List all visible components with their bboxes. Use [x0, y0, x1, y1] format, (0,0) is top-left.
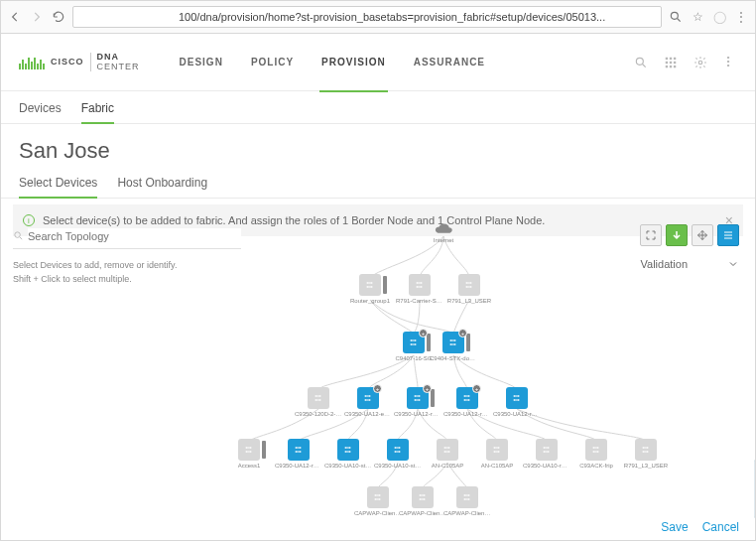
topology-node[interactable]: +C9404-STX-domain	[430, 332, 477, 361]
node-label: C9404-STX-domain	[430, 355, 477, 361]
tab-devices[interactable]: Devices	[19, 101, 62, 123]
node-label: C9350-UA10-stack	[324, 463, 372, 469]
nav-utilities: ⠇	[634, 56, 737, 69]
topology-node[interactable]: CAPWAP-Client-1	[354, 486, 402, 516]
forward-icon[interactable]	[29, 9, 45, 25]
node-label: CAPWAP-Client-1	[399, 510, 446, 516]
app-frame: CISCO DNA CENTER DESIGN POLICY PROVISION…	[0, 34, 756, 541]
node-label: C93ACK-frip	[572, 463, 620, 469]
tab-select-devices[interactable]: Select Devices	[19, 168, 97, 198]
menu-dots-icon[interactable]: ⋮	[733, 9, 749, 25]
apps-grid-icon[interactable]	[664, 56, 678, 69]
node-label: R791_L3_USER	[622, 463, 670, 469]
gear-icon[interactable]	[693, 56, 707, 69]
section-tabs: Select Devices Host Onboarding	[1, 168, 755, 199]
node-label: AN-C105AP	[473, 463, 521, 469]
node-label: C9350-UA12-radio-1	[394, 411, 441, 417]
topology-node[interactable]: AN-C105AP	[473, 439, 521, 469]
url-text: 100/dna/provision/home?st-provision_base…	[179, 11, 605, 23]
node-label: C9350-UA12-radio-3	[443, 411, 491, 417]
top-nav: CISCO DNA CENTER DESIGN POLICY PROVISION…	[1, 34, 755, 91]
svg-rect-6	[670, 61, 672, 63]
topology-node[interactable]: C9350-UA10-stack-2	[374, 439, 422, 469]
svg-rect-2	[666, 57, 668, 59]
topology-node[interactable]: +C9350-UA12-extension	[344, 387, 392, 417]
topology-node[interactable]: R791-Carrier-Server	[396, 274, 443, 304]
node-label: R791_L3_USER	[445, 298, 493, 304]
svg-rect-10	[674, 65, 676, 67]
node-label: C9350-UA10-stack-2	[374, 463, 422, 469]
node-label: CAPWAP-Client-1	[354, 510, 402, 516]
node-label: Router_group1	[346, 298, 394, 304]
svg-rect-5	[666, 61, 668, 63]
node-label: R791-Carrier-Server	[396, 298, 443, 304]
nav-design[interactable]: DESIGN	[180, 51, 223, 73]
node-label: C9350-120D-2-radio	[295, 411, 342, 417]
topology-node[interactable]: R791_L3_USER	[622, 439, 670, 469]
nav-assurance[interactable]: ASSURANCE	[414, 51, 485, 73]
svg-rect-4	[674, 57, 676, 59]
product-name: DNA CENTER	[90, 53, 140, 72]
topology-node[interactable]: AN-C105AP	[424, 439, 471, 469]
topology-node[interactable]: R791_L3_USER	[445, 274, 493, 304]
back-icon[interactable]	[7, 9, 23, 25]
node-label: AN-C105AP	[424, 463, 471, 469]
svg-rect-8	[666, 65, 668, 67]
svg-rect-9	[670, 65, 672, 67]
topology-canvas[interactable]: Internet Router_group1R791-Carrier-Serve…	[199, 218, 755, 512]
nav-provision[interactable]: PROVISION	[321, 51, 386, 73]
svg-rect-7	[674, 61, 676, 63]
topology-node[interactable]: +C9350-UA12-radio-1	[394, 387, 441, 417]
topology-node[interactable]: CAPWAP-Client-1	[399, 486, 446, 516]
sub-tabs: Devices Fabric	[1, 91, 755, 124]
browser-chrome: 100/dna/provision/home?st-provision_base…	[0, 0, 756, 34]
svg-point-1	[636, 58, 643, 65]
primary-nav: DESIGN POLICY PROVISION ASSURANCE	[180, 51, 486, 73]
topology-node[interactable]: C93ACK-frip	[572, 439, 620, 469]
svg-point-11	[698, 61, 702, 65]
node-label: CAPWAP-Client-2	[443, 510, 491, 516]
svg-point-0	[671, 12, 678, 19]
save-button[interactable]: Save	[661, 520, 688, 534]
nav-policy[interactable]: POLICY	[251, 51, 294, 73]
reload-icon[interactable]	[51, 9, 66, 25]
footer-actions: Save Cancel	[661, 520, 739, 534]
node-internet[interactable]: Internet	[424, 222, 463, 243]
node-label: C9350-UA12-radio-4	[493, 411, 541, 417]
topology-node[interactable]: C9350-UA10-stack	[324, 439, 372, 469]
svg-rect-3	[670, 57, 672, 59]
node-label: Access1	[225, 463, 273, 469]
more-icon[interactable]: ⠇	[723, 56, 737, 69]
search-icon[interactable]	[634, 56, 648, 69]
node-label: C9350-UA10-radio-6	[523, 463, 570, 469]
tab-host-onboarding[interactable]: Host Onboarding	[117, 168, 207, 198]
logo-text: CISCO	[51, 58, 84, 68]
extensions-icon[interactable]: ◯	[711, 9, 727, 25]
topology-node[interactable]: C9350-UA12-radio-5	[275, 439, 322, 469]
url-search-icon[interactable]	[668, 9, 684, 25]
topology-node[interactable]: CAPWAP-Client-2	[443, 486, 491, 516]
search-icon	[13, 230, 24, 243]
topology-node[interactable]: +C9350-UA12-radio-3	[443, 387, 491, 417]
topology-node[interactable]: C9350-120D-2-radio	[295, 387, 342, 417]
node-label: C9350-UA12-radio-5	[275, 463, 322, 469]
cancel-button[interactable]: Cancel	[702, 520, 739, 534]
page-title: San Jose	[1, 124, 755, 168]
topology-node[interactable]: C9350-UA10-radio-6	[523, 439, 570, 469]
tab-fabric[interactable]: Fabric	[81, 101, 114, 123]
url-field[interactable]: 100/dna/provision/home?st-provision_base…	[72, 6, 662, 28]
star-icon[interactable]: ☆	[690, 9, 705, 25]
cisco-bars-icon	[19, 56, 45, 69]
svg-point-12	[15, 231, 21, 237]
topology-node[interactable]: C9350-UA12-radio-4	[493, 387, 541, 417]
topology-node[interactable]: Router_group1	[346, 274, 394, 304]
logo: CISCO DNA CENTER	[19, 53, 140, 72]
topology-node[interactable]: Access1	[225, 439, 273, 469]
node-label: C9350-UA12-extension	[344, 411, 392, 417]
work-area: Select Devices to add, remove or identif…	[1, 218, 755, 512]
